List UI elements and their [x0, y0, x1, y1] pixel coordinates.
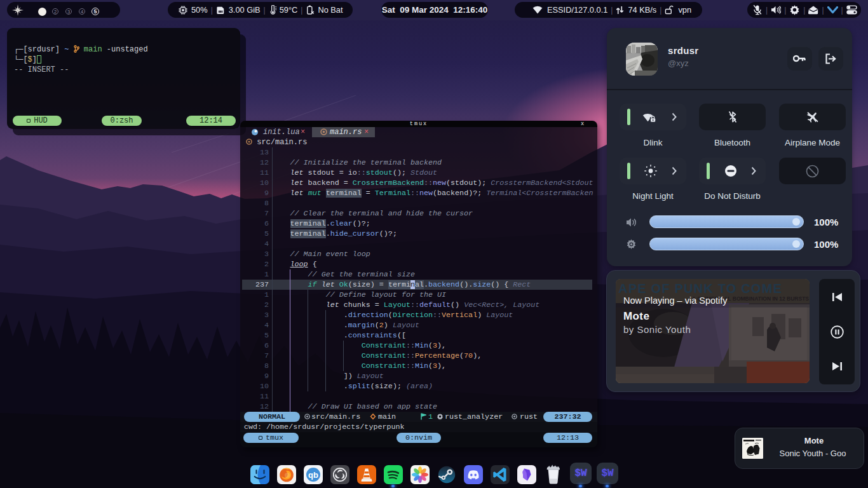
svg-text:qb: qb [308, 470, 318, 480]
